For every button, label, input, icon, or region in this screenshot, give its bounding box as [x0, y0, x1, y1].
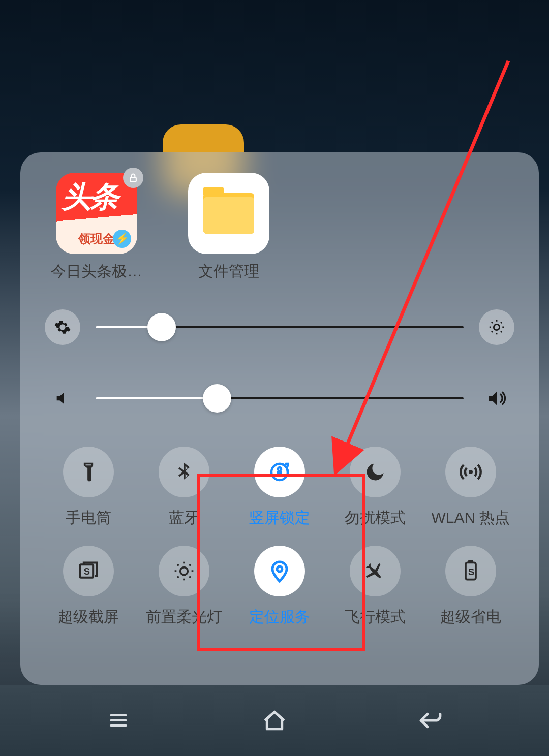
app-label: 今日头条极…	[51, 261, 142, 282]
moon-icon	[350, 447, 401, 497]
toggle-front-light[interactable]: 前置柔光灯	[136, 546, 232, 627]
toggle-label: 飞行模式	[345, 607, 406, 627]
rotation-lock-icon	[254, 447, 305, 497]
pinned-apps-row: 头条 领现金 ⚡ 今日头条极… 文件管理	[41, 168, 518, 282]
app-icon-toutiao: 头条 领现金 ⚡	[56, 173, 137, 254]
quick-toggles-grid: 手电筒 蓝牙 竖屏锁定 勿扰模式 WLAN 热点	[41, 447, 518, 627]
bluetooth-icon	[159, 447, 209, 497]
volume-high-icon	[479, 381, 514, 416]
toggle-label: 手电筒	[66, 508, 111, 528]
app-toutiao[interactable]: 头条 领现金 ⚡ 今日头条极…	[51, 173, 142, 282]
toggle-label: 定位服务	[249, 607, 310, 627]
app-icon-subtext: 领现金	[78, 231, 115, 247]
svg-rect-0	[130, 177, 136, 181]
svg-rect-10	[468, 560, 473, 562]
volume-slider-row	[41, 381, 518, 416]
toggle-location[interactable]: 定位服务	[232, 546, 327, 627]
navigation-bar	[0, 685, 549, 756]
nav-home-button[interactable]	[244, 700, 305, 741]
hotspot-icon	[445, 447, 496, 497]
toggle-label: 勿扰模式	[345, 508, 406, 528]
svg-text:S: S	[468, 566, 474, 577]
toggle-label: 竖屏锁定	[249, 508, 310, 528]
control-center-panel: 头条 领现金 ⚡ 今日头条极… 文件管理	[20, 152, 539, 685]
toggle-label: 蓝牙	[169, 508, 199, 528]
toggle-bluetooth[interactable]: 蓝牙	[136, 447, 232, 528]
brightness-slider-row	[41, 309, 518, 345]
sun-icon	[159, 546, 209, 596]
location-icon	[254, 546, 305, 596]
bolt-icon: ⚡	[113, 230, 131, 248]
app-icon-text: 头条	[62, 182, 117, 211]
toggle-label: 前置柔光灯	[146, 607, 222, 627]
toggle-label: WLAN 热点	[431, 508, 510, 528]
brightness-slider[interactable]	[96, 326, 464, 328]
app-files[interactable]: 文件管理	[183, 173, 274, 282]
toggle-hotspot[interactable]: WLAN 热点	[423, 447, 518, 528]
folder-icon	[203, 193, 254, 234]
toggle-screenshot[interactable]: S 超级截屏	[41, 546, 136, 627]
flashlight-icon	[63, 447, 114, 497]
svg-text:S: S	[84, 566, 90, 577]
battery-icon: S	[445, 546, 496, 596]
toggle-airplane[interactable]: 飞行模式	[327, 546, 423, 627]
airplane-icon	[350, 546, 401, 596]
screenshot-icon: S	[63, 546, 114, 596]
toggle-flashlight[interactable]: 手电筒	[41, 447, 136, 528]
settings-icon[interactable]	[45, 309, 80, 345]
toggle-dnd[interactable]: 勿扰模式	[327, 447, 423, 528]
toggle-rotation-lock[interactable]: 竖屏锁定	[232, 447, 327, 528]
svg-point-7	[180, 568, 188, 575]
svg-point-1	[494, 324, 499, 330]
toggle-label: 超级省电	[440, 607, 501, 627]
svg-rect-3	[277, 470, 282, 476]
nav-back-button[interactable]	[400, 700, 461, 741]
volume-low-icon	[45, 381, 80, 416]
volume-slider[interactable]	[96, 397, 464, 399]
toggle-power-save[interactable]: S 超级省电	[423, 546, 518, 627]
lock-icon	[123, 168, 143, 188]
svg-point-4	[469, 470, 473, 474]
svg-point-8	[277, 566, 282, 572]
brightness-icon[interactable]	[479, 309, 514, 345]
app-icon-files	[188, 173, 269, 254]
toggle-label: 超级截屏	[58, 607, 119, 627]
app-label: 文件管理	[198, 261, 259, 282]
nav-recent-button[interactable]	[88, 700, 149, 741]
